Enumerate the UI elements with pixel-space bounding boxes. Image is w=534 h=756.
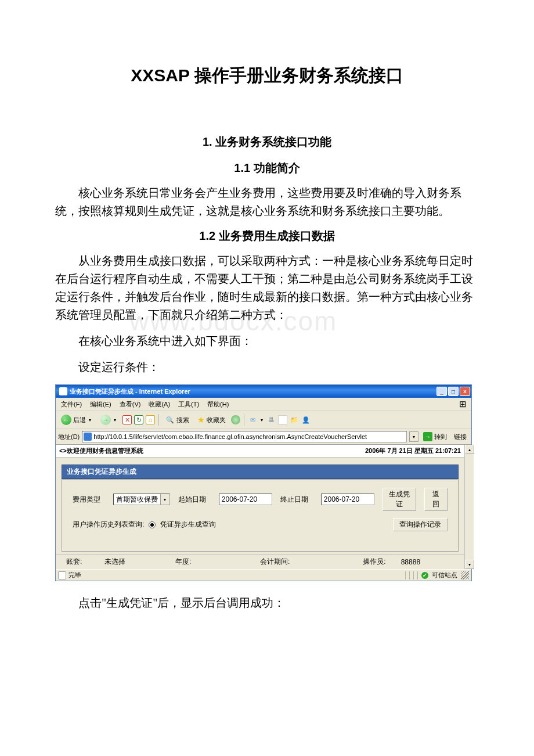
star-icon: ★ <box>197 415 205 424</box>
search-label: 搜索 <box>176 416 189 424</box>
chevron-down-icon: ▾ <box>259 417 264 423</box>
fee-type-label: 费用类型 <box>73 495 105 505</box>
forward-icon: → <box>100 415 111 425</box>
print-button[interactable]: 🖶 <box>266 415 276 424</box>
close-button[interactable]: × <box>460 387 470 396</box>
section-1-1-heading: 1.1 功能简介 <box>55 160 479 176</box>
content-footer: 账套: 未选择 年度: 会计期间: 操作员: 88888 <box>56 554 464 569</box>
operator-label: 操作员: <box>363 557 385 567</box>
back-button[interactable]: 返回 <box>424 488 448 511</box>
menu-file[interactable]: 文件(F) <box>58 399 85 409</box>
resize-grip[interactable] <box>461 571 469 579</box>
page-status-icon <box>58 571 66 579</box>
start-date-label: 起始日期 <box>178 495 211 505</box>
messenger-button[interactable]: 👤 <box>301 415 311 424</box>
screenshot-window: 业务接口凭证异步生成 - Internet Explorer _ □ × 文件(… <box>55 384 472 581</box>
status-text: 完毕 <box>68 571 81 579</box>
toolbar-separator <box>158 414 159 426</box>
page-icon <box>84 433 92 441</box>
window-title: 业务接口凭证异步生成 - Internet Explorer <box>70 387 190 396</box>
period-label: 会计期间: <box>260 557 290 567</box>
fee-type-select[interactable]: 首期暂收保费 ▾ <box>113 494 170 505</box>
links-button[interactable]: 链接 <box>452 431 469 442</box>
history-query-label: 用户操作历史列表查询: <box>73 520 144 530</box>
end-date-label: 终止日期 <box>280 495 313 505</box>
document-title: XXSAP 操作手册业务财务系统接口 <box>55 64 479 88</box>
year-label: 年度: <box>175 557 199 567</box>
datetime-display: 2006年 7月 21日 星期五 21:07:21 <box>365 447 461 455</box>
refresh-button[interactable]: ↻ <box>134 415 143 424</box>
scroll-down-button[interactable]: ▾ <box>465 560 474 569</box>
edit-button[interactable] <box>278 415 287 424</box>
back-label: 后退 <box>73 416 86 424</box>
radio-async-query[interactable] <box>149 521 156 528</box>
start-date-input[interactable] <box>219 494 272 505</box>
windows-flag-icon: ⊞ <box>456 399 469 409</box>
go-button[interactable]: → 转到 <box>421 431 449 442</box>
address-input[interactable] <box>93 433 405 440</box>
minimize-button[interactable]: _ <box>436 387 447 396</box>
form-row-2: 用户操作历史列表查询: 凭证异步生成查询 查询操作记录 <box>73 518 448 531</box>
window-control-buttons: _ □ × <box>436 387 470 396</box>
end-date-input[interactable] <box>321 494 374 505</box>
panel-title: 业务接口凭证异步生成 <box>62 465 459 479</box>
maximize-button[interactable]: □ <box>448 387 459 396</box>
browser-content: <>欢迎使用财务信息管理系统 2006年 7月 21日 星期五 21:07:21… <box>56 445 471 569</box>
search-button[interactable]: 🔍 搜索 <box>163 413 192 426</box>
paragraph-after-screenshot: 点击"生成凭证"后，显示后台调用成功： <box>55 594 479 612</box>
trusted-site-label: 可信站点 <box>432 571 457 579</box>
content-header: <>欢迎使用财务信息管理系统 2006年 7月 21日 星期五 21:07:21 <box>56 445 464 458</box>
window-titlebar: 业务接口凭证异步生成 - Internet Explorer _ □ × <box>56 385 471 398</box>
scroll-up-button[interactable]: ▴ <box>465 445 474 454</box>
paragraph-1-2c: 设定运行条件： <box>55 358 479 376</box>
history-button[interactable] <box>231 415 240 424</box>
address-bar: 地址(D) ▾ → 转到 链接 <box>56 429 471 445</box>
query-records-button[interactable]: 查询操作记录 <box>393 518 448 531</box>
stop-button[interactable]: ✕ <box>122 415 132 424</box>
fee-type-value: 首期暂收保费 <box>116 495 158 505</box>
menu-bar: 文件(F) 编辑(E) 查看(V) 收藏(A) 工具(T) 帮助(H) ⊞ <box>56 398 471 411</box>
radio-async-query-label: 凭证异步生成查询 <box>160 520 216 530</box>
menu-tools[interactable]: 工具(T) <box>175 399 202 409</box>
paragraph-1-2a: 从业务费用生成接口数据，可以采取两种方式：一种是核心业务系统每日定时在后台运行程… <box>55 252 479 324</box>
app-icon <box>59 387 67 395</box>
form-panel: 费用类型 首期暂收保费 ▾ 起始日期 终止日期 生成凭证 返回 <box>62 479 459 552</box>
trusted-site-icon: ✓ <box>421 572 428 579</box>
paragraph-1-2b: 在核心业务系统中进入如下界面： <box>55 332 479 350</box>
section-1-heading: 1. 业务财务系统接口功能 <box>55 134 479 150</box>
go-label: 转到 <box>434 433 447 441</box>
chevron-down-icon: ▾ <box>160 494 169 505</box>
go-icon: → <box>423 432 432 441</box>
address-input-wrapper[interactable] <box>82 431 407 442</box>
forward-button[interactable]: → ▾ <box>98 413 120 427</box>
menu-help[interactable]: 帮助(H) <box>204 399 232 409</box>
back-icon: ← <box>61 415 71 425</box>
menu-edit[interactable]: 编辑(E) <box>87 399 114 409</box>
welcome-text: <>欢迎使用财务信息管理系统 <box>59 447 143 455</box>
form-row-1: 费用类型 首期暂收保费 ▾ 起始日期 终止日期 生成凭证 返回 <box>73 488 448 511</box>
generate-voucher-button[interactable]: 生成凭证 <box>383 488 416 511</box>
menu-view[interactable]: 查看(V) <box>117 399 144 409</box>
mail-button[interactable]: ✉ <box>248 415 257 424</box>
operator-value: 88888 <box>401 558 420 566</box>
chevron-down-icon: ▾ <box>88 417 92 423</box>
search-icon: 🔍 <box>165 415 175 424</box>
section-1-2-heading: 1.2 业务费用生成接口数据 <box>55 228 479 244</box>
paragraph-1-1: 核心业务系统日常业务会产生业务费用，这些费用要及时准确的导入财务系统，按照核算规… <box>55 184 479 220</box>
menu-favorites[interactable]: 收藏(A) <box>146 399 173 409</box>
content-body: 业务接口凭证异步生成 费用类型 首期暂收保费 ▾ 起始日期 终止日期 <box>56 458 464 554</box>
home-button[interactable]: ⌂ <box>146 415 155 424</box>
toolbar: ← 后退 ▾ → ▾ ✕ ↻ ⌂ 🔍 搜索 ★ 收藏夹 ✉ ▾ 🖶 📁 👤 <box>56 411 471 429</box>
address-dropdown-button[interactable]: ▾ <box>409 431 418 442</box>
chevron-down-icon: ▾ <box>113 417 117 423</box>
back-button[interactable]: ← 后退 ▾ <box>58 413 95 427</box>
address-label: 地址(D) <box>58 433 80 441</box>
account-value: 未选择 <box>104 557 125 567</box>
toolbar-separator <box>244 414 244 426</box>
account-label: 账套: <box>66 557 89 567</box>
favorites-label: 收藏夹 <box>207 416 226 424</box>
favorites-button[interactable]: ★ 收藏夹 <box>194 413 229 426</box>
folder-button[interactable]: 📁 <box>290 415 299 424</box>
status-bar: 完毕 ✓ 可信站点 <box>56 569 471 581</box>
